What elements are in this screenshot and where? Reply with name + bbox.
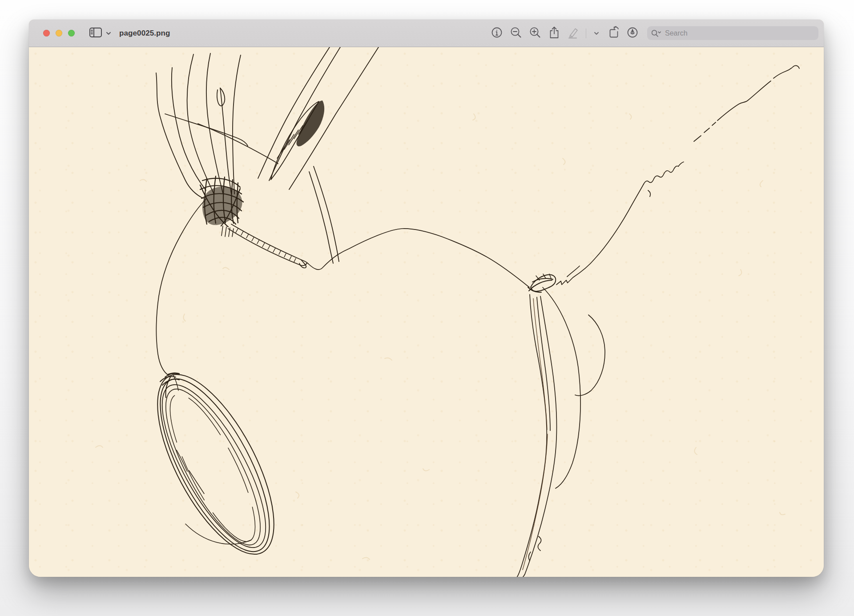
- share-icon: [548, 26, 560, 41]
- desktop: page0025.png: [0, 0, 854, 616]
- rotate-icon: [607, 26, 620, 41]
- search-field[interactable]: [647, 26, 818, 40]
- toolbar-divider: [586, 28, 586, 38]
- sketch-diagonal-stems: [258, 47, 379, 263]
- highlight-pencil-icon: [567, 26, 580, 40]
- markup-options-button[interactable]: [591, 27, 602, 40]
- image-canvas[interactable]: [29, 47, 824, 577]
- sidebar-toggle-button[interactable]: [88, 27, 103, 40]
- close-button[interactable]: [43, 30, 50, 36]
- search-input[interactable]: [664, 29, 814, 38]
- zoom-out-button[interactable]: [508, 27, 524, 40]
- highlight-button[interactable]: [566, 27, 581, 40]
- rotate-button[interactable]: [606, 27, 621, 40]
- minimize-button[interactable]: [56, 30, 62, 36]
- window-title: page0025.png: [119, 29, 170, 38]
- zoom-button[interactable]: [68, 30, 75, 36]
- markup-button[interactable]: [625, 27, 640, 40]
- share-button[interactable]: [547, 27, 562, 40]
- markup-pen-icon: [626, 26, 639, 40]
- sketch-pod-curve: [543, 287, 580, 488]
- search-icon: [652, 29, 661, 37]
- sketch-leaf: [271, 101, 324, 180]
- chevron-down-icon: [105, 29, 112, 37]
- chevron-down-icon: [593, 29, 600, 37]
- titlebar: page0025.png: [29, 20, 824, 47]
- sketch-left-line: [156, 199, 206, 375]
- traffic-lights: [43, 30, 75, 36]
- sketch-middle-line: [308, 229, 529, 287]
- sketch-pod: [517, 294, 557, 577]
- zoom-in-button[interactable]: [528, 27, 543, 40]
- ink-sketch: [29, 47, 824, 577]
- zoom-out-icon: [510, 26, 522, 40]
- sketch-beak: [228, 224, 308, 268]
- sidebar-options-button[interactable]: [104, 27, 113, 40]
- sketch-junction-knot: [528, 274, 556, 292]
- toolbar: [489, 27, 640, 40]
- sketch-fan-stems: [156, 53, 278, 198]
- zoom-in-icon: [529, 26, 541, 40]
- sketch-right-diagonal: [556, 65, 799, 285]
- info-icon: [491, 26, 503, 40]
- preview-window: page0025.png: [29, 20, 824, 577]
- sketch-ellipse-loop: [134, 358, 297, 571]
- sidebar-icon: [89, 27, 102, 40]
- info-button[interactable]: [489, 27, 504, 40]
